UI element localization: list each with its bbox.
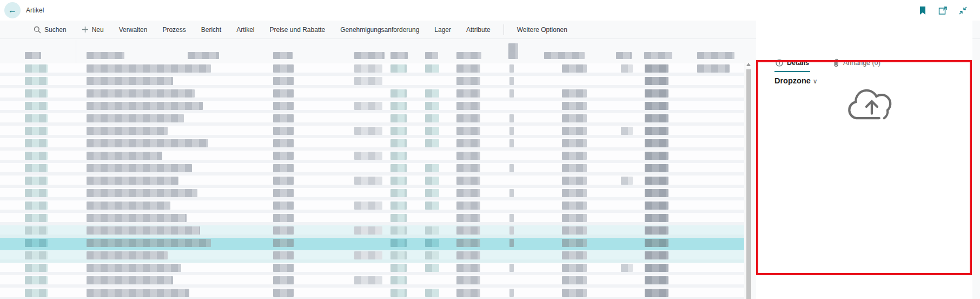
table-row[interactable] bbox=[0, 263, 744, 275]
table-row[interactable] bbox=[0, 151, 744, 163]
redacted-cell bbox=[273, 202, 294, 210]
table-scrollbar[interactable] bbox=[745, 61, 752, 299]
redacted-cell bbox=[645, 226, 668, 235]
cloud-upload-icon bbox=[843, 84, 902, 128]
table-row[interactable] bbox=[0, 88, 744, 101]
table-scrollbar-thumb[interactable] bbox=[746, 69, 751, 299]
table-row[interactable] bbox=[0, 200, 744, 213]
redacted-cell bbox=[562, 64, 587, 73]
table-row[interactable] bbox=[0, 225, 744, 238]
redacted-cell bbox=[562, 114, 587, 122]
upload-dropzone[interactable] bbox=[843, 84, 902, 128]
redacted-cell bbox=[87, 226, 200, 235]
redacted-column-header[interactable] bbox=[273, 52, 293, 59]
scroll-up-icon[interactable] bbox=[746, 63, 751, 66]
redacted-cell bbox=[25, 214, 48, 222]
redacted-column-header[interactable] bbox=[456, 52, 481, 59]
action-genehmigungsanforderung[interactable]: Genehmigungsanforderung bbox=[333, 21, 427, 39]
table-row[interactable] bbox=[0, 76, 744, 88]
table-row-selected[interactable] bbox=[0, 238, 744, 250]
action-verwalten[interactable]: Verwalten bbox=[111, 21, 155, 39]
redacted-cell bbox=[509, 214, 514, 222]
redacted-cell bbox=[390, 214, 407, 222]
redacted-cell bbox=[562, 202, 587, 210]
redacted-column-header[interactable] bbox=[188, 52, 219, 59]
table-row[interactable] bbox=[0, 63, 744, 76]
redacted-column-header[interactable] bbox=[425, 52, 438, 59]
redacted-cell bbox=[87, 202, 170, 210]
redacted-cell bbox=[562, 164, 587, 172]
redacted-cell bbox=[273, 152, 294, 160]
redacted-column-header[interactable] bbox=[354, 52, 385, 59]
action-label: Verwalten bbox=[119, 26, 148, 34]
redacted-column-header[interactable] bbox=[25, 52, 41, 59]
redacted-cell bbox=[509, 139, 514, 147]
redacted-cell bbox=[509, 226, 514, 235]
redacted-cell bbox=[645, 152, 668, 160]
redacted-cell bbox=[562, 177, 587, 185]
table-row[interactable] bbox=[0, 288, 744, 299]
table-row[interactable] bbox=[0, 113, 744, 126]
table-row[interactable] bbox=[0, 126, 744, 138]
action-lager[interactable]: Lager bbox=[427, 21, 459, 39]
table-row[interactable] bbox=[0, 138, 744, 151]
redacted-cell bbox=[562, 189, 587, 197]
top-header-bar: ← Artikel bbox=[0, 0, 980, 21]
table-row[interactable] bbox=[0, 275, 744, 288]
action-prozess[interactable]: Prozess bbox=[155, 21, 193, 39]
redacted-cell bbox=[25, 239, 48, 247]
action-attribute[interactable]: Attribute bbox=[459, 21, 498, 39]
redacted-cell bbox=[273, 177, 294, 185]
redacted-column-header[interactable] bbox=[87, 52, 124, 59]
redacted-cell bbox=[509, 64, 514, 73]
table-row[interactable] bbox=[0, 176, 744, 188]
redacted-cell bbox=[87, 276, 173, 284]
dropzone-toggle[interactable]: Dropzone ∨ bbox=[774, 76, 818, 85]
redacted-cell bbox=[273, 89, 294, 98]
redacted-cell bbox=[456, 189, 480, 197]
redacted-cell bbox=[456, 139, 480, 147]
redacted-cell bbox=[562, 264, 587, 272]
redacted-column-header[interactable] bbox=[697, 52, 734, 59]
action-suchen[interactable]: Suchen bbox=[26, 21, 74, 39]
redacted-cell bbox=[273, 189, 294, 197]
redacted-cell bbox=[645, 251, 668, 259]
redacted-cell bbox=[25, 276, 48, 284]
back-button[interactable]: ← bbox=[4, 2, 21, 18]
table-row[interactable] bbox=[0, 163, 744, 176]
page-title: Artikel bbox=[26, 6, 44, 14]
redacted-column-header[interactable] bbox=[644, 52, 672, 59]
action-artikel[interactable]: Artikel bbox=[229, 21, 262, 39]
table-row[interactable] bbox=[0, 101, 744, 113]
redacted-cell bbox=[25, 152, 48, 160]
action-preise-und-rabatte[interactable]: Preise und Rabatte bbox=[262, 21, 333, 39]
redacted-cell bbox=[509, 77, 514, 85]
redacted-cell bbox=[87, 189, 197, 197]
redacted-cell bbox=[562, 214, 587, 222]
action-weitere-optionen[interactable]: Weitere Optionen bbox=[509, 21, 575, 39]
bookmark-icon[interactable] bbox=[917, 5, 928, 16]
table-row[interactable] bbox=[0, 250, 744, 263]
redacted-cell bbox=[456, 89, 480, 98]
table-row[interactable] bbox=[0, 213, 744, 225]
collapse-icon[interactable] bbox=[957, 5, 968, 16]
redacted-cell bbox=[621, 264, 633, 272]
action-neu[interactable]: Neu bbox=[74, 21, 111, 39]
action-label: Lager bbox=[434, 26, 451, 34]
redacted-cell bbox=[509, 189, 514, 197]
redacted-cell bbox=[87, 102, 203, 110]
redacted-column-header[interactable] bbox=[544, 52, 585, 59]
redacted-column-header[interactable] bbox=[508, 43, 518, 59]
redacted-cell bbox=[425, 226, 439, 235]
tab-details[interactable]: Details bbox=[774, 59, 810, 72]
redacted-column-header[interactable] bbox=[390, 52, 408, 59]
redacted-cell bbox=[425, 202, 439, 210]
table-row[interactable] bbox=[0, 188, 744, 200]
open-in-new-window-icon[interactable] bbox=[937, 5, 948, 16]
action-bericht[interactable]: Bericht bbox=[194, 21, 229, 39]
redacted-column-header[interactable] bbox=[616, 52, 632, 59]
tab-attachments[interactable]: Anhänge (0) bbox=[832, 58, 882, 73]
redacted-cell bbox=[509, 239, 514, 247]
redacted-cell bbox=[354, 202, 382, 210]
redacted-cell bbox=[354, 77, 382, 85]
